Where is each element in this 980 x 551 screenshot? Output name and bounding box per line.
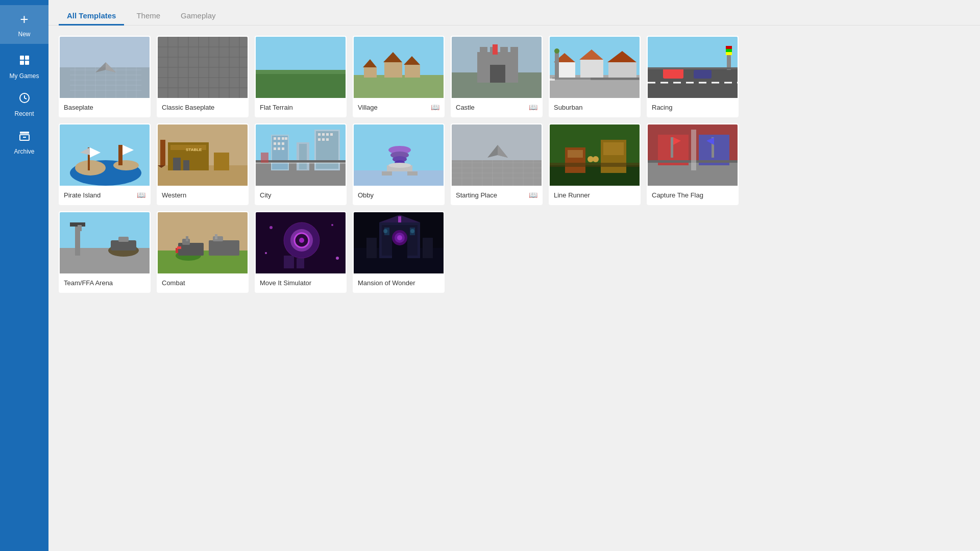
- template-thumbnail-obby: [354, 124, 445, 186]
- svg-rect-113: [282, 147, 284, 150]
- svg-point-216: [383, 229, 387, 233]
- template-card-classic-baseplate[interactable]: Classic Baseplate: [157, 36, 249, 117]
- svg-rect-160: [550, 163, 641, 167]
- svg-rect-124: [326, 138, 329, 141]
- template-thumbnail-classic-baseplate: [158, 37, 249, 98]
- svg-rect-221: [398, 216, 401, 222]
- svg-point-200: [270, 226, 273, 229]
- book-icon: 📖: [431, 103, 439, 111]
- tab-gameplay[interactable]: Gameplay: [173, 6, 224, 25]
- template-card-baseplate[interactable]: Baseplate: [59, 36, 151, 117]
- template-card-mansion-of-wonder[interactable]: Mansion of Wonder: [353, 211, 445, 293]
- svg-point-135: [388, 163, 411, 168]
- template-label-move-it-simulator: Move It Simulator: [256, 273, 346, 292]
- svg-rect-159: [603, 142, 624, 155]
- template-label-baseplate: Baseplate: [60, 98, 150, 116]
- template-thumbnail-mansion-of-wonder: [354, 212, 445, 273]
- svg-rect-110: [282, 142, 284, 145]
- template-card-line-runner[interactable]: Line Runner: [549, 123, 641, 205]
- template-card-city[interactable]: City: [255, 123, 347, 205]
- sidebar-item-new[interactable]: + New: [0, 5, 48, 44]
- sidebar-item-my-games[interactable]: My Games: [0, 48, 48, 86]
- template-label-mansion-of-wonder: Mansion of Wonder: [354, 273, 444, 292]
- svg-rect-189: [213, 236, 223, 241]
- svg-rect-185: [178, 243, 204, 256]
- svg-rect-79: [694, 70, 712, 79]
- svg-rect-3: [25, 61, 29, 65]
- svg-rect-108: [274, 142, 276, 145]
- sidebar-item-recent[interactable]: Recent: [0, 86, 48, 123]
- template-card-western[interactable]: STABLE Western: [157, 123, 249, 205]
- template-label-obby: Obby: [354, 186, 444, 204]
- svg-text:STABLE: STABLE: [186, 147, 202, 152]
- svg-rect-40: [256, 70, 347, 74]
- svg-rect-2: [20, 61, 24, 65]
- svg-rect-0: [20, 56, 24, 60]
- template-card-flat-terrain[interactable]: Flat Terrain: [255, 36, 347, 117]
- template-thumbnail-pirate-island: [60, 124, 151, 186]
- template-label-line-runner: Line Runner: [550, 186, 640, 204]
- svg-rect-47: [364, 67, 377, 78]
- template-card-village[interactable]: Village📖: [353, 36, 445, 117]
- template-card-obby[interactable]: Obby: [353, 123, 445, 205]
- svg-rect-43: [384, 62, 402, 78]
- svg-point-83: [75, 160, 106, 176]
- template-label-castle: Castle📖: [452, 98, 542, 116]
- svg-rect-80: [648, 67, 739, 69]
- book-icon: 📖: [137, 191, 145, 199]
- sidebar-my-games-label: My Games: [9, 72, 39, 80]
- svg-point-202: [265, 252, 267, 254]
- svg-rect-167: [671, 137, 673, 158]
- main-content: All Templates Theme Gameplay Baseplate C…: [48, 0, 980, 551]
- svg-rect-98: [160, 140, 165, 165]
- svg-rect-77: [726, 52, 732, 55]
- recent-icon: [18, 92, 31, 107]
- tab-all-templates[interactable]: All Templates: [59, 6, 124, 25]
- tab-theme[interactable]: Theme: [128, 6, 168, 25]
- sidebar-new-label: New: [18, 31, 30, 38]
- template-card-castle[interactable]: Castle📖: [451, 36, 543, 117]
- template-label-pirate-island: Pirate Island📖: [60, 186, 150, 204]
- svg-rect-54: [500, 47, 508, 55]
- template-card-team-ffa-arena[interactable]: Team/FFA Arena: [59, 211, 151, 293]
- svg-rect-64: [608, 62, 636, 78]
- svg-rect-96: [173, 158, 181, 170]
- template-label-team-ffa-arena: Team/FFA Arena: [60, 273, 150, 292]
- svg-point-217: [410, 229, 414, 233]
- svg-point-68: [554, 48, 559, 54]
- svg-rect-9: [60, 67, 151, 98]
- svg-rect-186: [209, 240, 239, 256]
- svg-rect-5: [20, 132, 29, 134]
- template-card-starting-place[interactable]: Starting Place📖: [451, 123, 543, 205]
- svg-rect-172: [691, 130, 696, 170]
- svg-rect-95: [214, 153, 229, 170]
- svg-rect-129: [354, 170, 445, 186]
- svg-rect-122: [318, 138, 321, 141]
- template-card-move-it-simulator[interactable]: Move It Simulator: [255, 211, 347, 293]
- template-label-combat: Combat: [158, 273, 248, 292]
- template-card-capture-the-flag[interactable]: Capture The Flag: [647, 123, 739, 205]
- archive-icon: [18, 130, 31, 145]
- svg-rect-39: [256, 70, 347, 98]
- template-thumbnail-move-it-simulator: [256, 212, 347, 273]
- template-thumbnail-flat-terrain: [256, 37, 347, 98]
- sidebar-item-archive[interactable]: Archive: [0, 123, 48, 161]
- svg-point-87: [113, 160, 139, 170]
- template-card-suburban[interactable]: Suburban: [549, 36, 641, 117]
- svg-rect-175: [75, 230, 80, 256]
- svg-rect-192: [177, 246, 181, 249]
- svg-rect-106: [282, 137, 284, 140]
- template-thumbnail-capture-the-flag: [648, 124, 739, 186]
- sidebar: + New My Games Recent: [0, 0, 48, 551]
- template-card-combat[interactable]: Combat: [157, 211, 249, 293]
- svg-rect-137: [407, 171, 418, 176]
- template-label-western: Western: [158, 186, 248, 204]
- template-card-racing[interactable]: Racing: [647, 36, 739, 117]
- svg-rect-38: [256, 37, 347, 70]
- template-card-pirate-island[interactable]: Pirate Island📖: [59, 123, 151, 205]
- template-thumbnail-line-runner: [550, 124, 641, 186]
- svg-point-198: [299, 238, 304, 243]
- svg-rect-69: [552, 78, 639, 80]
- template-label-starting-place: Starting Place📖: [452, 186, 542, 204]
- template-thumbnail-suburban: [550, 37, 641, 98]
